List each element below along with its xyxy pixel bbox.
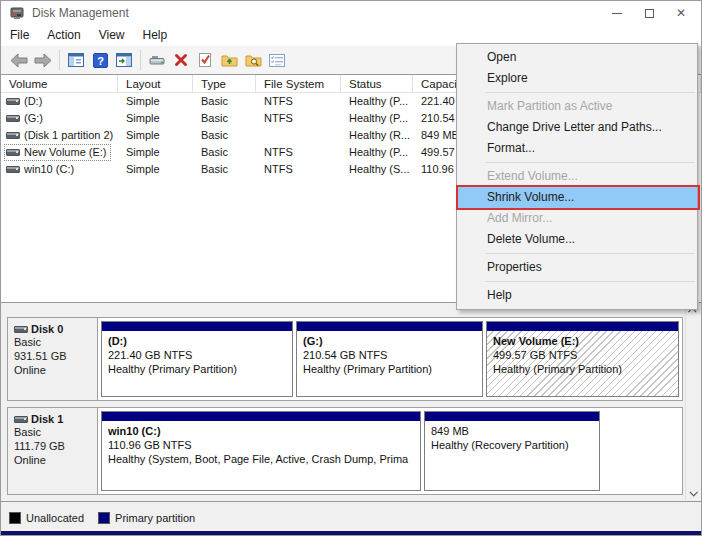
disk-icon	[14, 326, 28, 333]
disk-graph-pane: Disk 0 Basic 931.51 GB Online (D:) 221.4…	[1, 302, 701, 501]
partition-health: Healthy (Primary Partition)	[493, 362, 678, 376]
volume-name: (Disk 1 partition 2)	[24, 127, 113, 144]
menu-item-delete-volume[interactable]: Delete Volume...	[457, 229, 697, 250]
view-options-button[interactable]	[265, 48, 289, 72]
volume-status: Healthy (P...	[341, 144, 413, 161]
toolbar-separator	[140, 50, 141, 70]
partition-health: Healthy (Recovery Partition)	[431, 438, 599, 452]
partition-color-bar	[297, 322, 482, 331]
column-header-layout[interactable]: Layout	[118, 75, 193, 93]
menu-view[interactable]: View	[90, 25, 134, 46]
menu-item-explore[interactable]: Explore	[457, 68, 697, 89]
volume-type: Basic	[193, 93, 256, 110]
volume-status: Healthy (R...	[341, 127, 413, 144]
action-pane-button[interactable]	[112, 48, 136, 72]
legend-bar: Unallocated Primary partition	[1, 501, 701, 534]
volume-name: New Volume (E:)	[24, 144, 107, 161]
check-document-icon	[198, 52, 212, 68]
explore-button[interactable]	[241, 48, 265, 72]
partition-health: Healthy (Primary Partition)	[108, 362, 292, 376]
menu-item-help[interactable]: Help	[457, 285, 697, 306]
open-folder-icon	[221, 53, 238, 67]
disk-1-label[interactable]: Disk 1 Basic 111.79 GB Online	[8, 408, 98, 494]
svg-text:?: ?	[97, 54, 104, 66]
partition-recovery[interactable]: 849 MB Healthy (Recovery Partition)	[424, 411, 600, 491]
legend-label-unallocated: Unallocated	[26, 512, 84, 524]
selected-partition-hatch: New Volume (E:) 499.57 GB NTFS Healthy (…	[487, 331, 678, 396]
console-tree-button[interactable]	[64, 48, 88, 72]
volume-file-system: NTFS	[256, 161, 341, 178]
drive-status-button[interactable]	[145, 48, 169, 72]
volume-layout: Simple	[118, 161, 193, 178]
partition-title: (D:)	[108, 334, 292, 348]
menu-help[interactable]: Help	[134, 25, 177, 46]
menu-item-format[interactable]: Format...	[457, 138, 697, 159]
menu-item-change-drive-letter[interactable]: Change Drive Letter and Paths...	[457, 117, 697, 138]
menu-separator	[485, 253, 695, 254]
back-button[interactable]	[7, 48, 31, 72]
partition-size: 849 MB	[431, 424, 599, 438]
disk-size: 111.79 GB	[14, 439, 97, 453]
delete-volume-button[interactable]	[169, 48, 193, 72]
window-bottom-border	[1, 531, 701, 535]
menu-item-properties[interactable]: Properties	[457, 257, 697, 278]
action-pane-icon	[116, 53, 132, 67]
volume-icon	[6, 115, 20, 122]
unallocated-swatch	[9, 512, 21, 524]
disk-0-label[interactable]: Disk 0 Basic 931.51 GB Online	[8, 318, 98, 400]
help-button[interactable]: ?	[88, 48, 112, 72]
partition-size: 210.54 GB NTFS	[303, 348, 482, 362]
drive-status-icon	[149, 54, 166, 67]
volume-type: Basic	[193, 161, 256, 178]
window-title: Disk Management	[32, 1, 129, 25]
forward-arrow-icon	[34, 53, 52, 68]
volume-status: Healthy (S...	[341, 161, 413, 178]
delete-x-icon	[174, 53, 188, 67]
menu-item-add-mirror: Add Mirror...	[457, 208, 697, 229]
volume-status: Healthy (P...	[341, 110, 413, 127]
menu-separator	[485, 162, 695, 163]
disk-name: Disk 0	[31, 323, 63, 335]
partition-color-bar	[425, 412, 599, 421]
column-header-status[interactable]: Status	[341, 75, 413, 93]
forward-button[interactable]	[31, 48, 55, 72]
volume-file-system: NTFS	[256, 110, 341, 127]
legend-label-primary-partition: Primary partition	[115, 512, 195, 524]
volume-file-system: NTFS	[256, 144, 341, 161]
partition-win10-c[interactable]: win10 (C:) 110.96 GB NTFS Healthy (Syste…	[101, 411, 421, 491]
menu-action[interactable]: Action	[38, 25, 89, 46]
vertical-scrollbar[interactable]	[685, 302, 699, 501]
close-button[interactable]: ✕	[665, 1, 697, 25]
open-button[interactable]	[217, 48, 241, 72]
menu-separator	[485, 281, 695, 282]
check-task-button[interactable]	[193, 48, 217, 72]
partition-d[interactable]: (D:) 221.40 GB NTFS Healthy (Primary Par…	[101, 321, 293, 397]
volume-name: (D:)	[24, 93, 42, 110]
partition-new-volume-e-selected[interactable]: New Volume (E:) 499.57 GB NTFS Healthy (…	[486, 321, 679, 397]
partition-g[interactable]: (G:) 210.54 GB NTFS Healthy (Primary Par…	[296, 321, 483, 397]
menu-file[interactable]: File	[1, 25, 38, 46]
menu-separator	[485, 92, 695, 93]
menu-item-open[interactable]: Open	[457, 47, 697, 68]
partition-title: (G:)	[303, 334, 482, 348]
scroll-down-button[interactable]	[686, 485, 700, 500]
minimize-button[interactable]	[601, 1, 633, 25]
partition-health: Healthy (System, Boot, Page File, Active…	[108, 452, 420, 466]
help-icon: ?	[93, 53, 108, 68]
partition-color-bar	[487, 322, 678, 331]
volume-icon	[6, 98, 20, 105]
column-header-volume[interactable]: Volume	[1, 75, 118, 93]
console-tree-icon	[68, 53, 84, 67]
volume-type: Basic	[193, 144, 256, 161]
partition-size: 221.40 GB NTFS	[108, 348, 292, 362]
volume-type: Basic	[193, 127, 256, 144]
column-header-type[interactable]: Type	[193, 75, 256, 93]
partition-title: win10 (C:)	[108, 424, 420, 438]
menu-item-shrink-volume[interactable]: Shrink Volume...	[457, 187, 697, 208]
maximize-icon	[645, 9, 654, 18]
maximize-button[interactable]	[633, 1, 665, 25]
volume-status: Healthy (P...	[341, 93, 413, 110]
menu-item-mark-partition-active: Mark Partition as Active	[457, 96, 697, 117]
column-header-file-system[interactable]: File System	[256, 75, 341, 93]
title-bar: Disk Management ✕	[1, 1, 701, 25]
